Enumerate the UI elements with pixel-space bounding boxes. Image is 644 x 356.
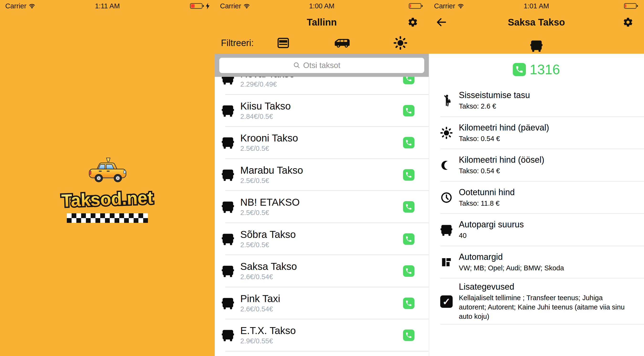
taxi-name: Saksa Takso — [240, 261, 297, 272]
detail-title: Automargid — [459, 252, 564, 262]
car-icon — [221, 104, 234, 118]
detail-title: Autopargi suurus — [459, 220, 524, 230]
call-button[interactable] — [403, 105, 414, 116]
detail-value: 40 — [459, 231, 524, 240]
taxi-row[interactable]: Marabu Takso 2.5€/0.5€ — [215, 159, 429, 191]
detail-row: Kilomeetri hind (päeval) Takso: 0.54 € — [429, 117, 644, 149]
call-button[interactable] — [403, 330, 414, 341]
detail-title: Sisseistumise tasu — [459, 90, 530, 100]
screen-taxi-list: Carrier 1:00 AM Tallinn Filtreeri: — [215, 0, 429, 356]
taxi-price: 2.5€/0.5€ — [240, 241, 296, 249]
detail-value: VW; MB; Opel; Audi; BMW; Skoda — [459, 264, 564, 273]
taxi-name: Sõbra Takso — [240, 229, 296, 240]
phone-icon — [405, 236, 412, 243]
taxi-row[interactable]: Saksa Takso 2.6€/0.54€ — [215, 255, 429, 287]
phone-icon — [515, 65, 524, 74]
sun-icon — [439, 127, 454, 139]
phone-icon — [405, 203, 412, 210]
call-button[interactable] — [403, 169, 414, 180]
detail-row: .drow-icon .cut{fill:#ffffff} Autopargi … — [429, 214, 644, 246]
detail-title: Ootetunni hind — [459, 187, 515, 197]
phone-number[interactable]: 1316 — [530, 62, 560, 77]
car-icon — [221, 232, 234, 246]
status-time: 1:11 AM — [0, 2, 215, 10]
detail-value: Takso: 0.54 € — [459, 166, 544, 176]
phone-icon — [405, 107, 412, 114]
checkerboard-strip — [67, 213, 148, 223]
taxi-price: 2.5€/0.5€ — [240, 209, 300, 217]
taxi-row[interactable]: Pink Taxi 2.6€/0.54€ — [215, 287, 429, 320]
grid-icon — [439, 256, 454, 268]
taxi-name: E.T.X. Takso — [240, 326, 296, 336]
status-bar: Carrier 1:01 AM — [429, 0, 644, 12]
car-icon — [221, 328, 234, 342]
hailing-person-icon — [439, 94, 454, 108]
panel-divider — [429, 54, 429, 356]
app-logo-text: Taksod.net — [61, 188, 154, 210]
taxi-list: Reval Takso 2.29€/0.49€ Kiisu Takso 2.84… — [215, 62, 429, 352]
detail-row: Ootetunni hind Takso: 11.8 € — [429, 182, 644, 214]
phone-icon — [405, 139, 412, 146]
search-bar-container — [215, 54, 429, 77]
van-filter-icon[interactable] — [334, 37, 350, 49]
taxi-company-icon: .hdr-car .cut{fill:#F9B233} — [530, 39, 543, 52]
call-button[interactable] — [403, 298, 414, 309]
phone-badge[interactable] — [513, 63, 526, 76]
call-button[interactable] — [403, 233, 414, 245]
taxi-price: 2.6€/0.54€ — [240, 305, 280, 313]
battery-icon — [190, 2, 205, 9]
call-button[interactable] — [403, 137, 414, 148]
screen-taxi-detail: Carrier 1:01 AM Saksa Takso — [429, 0, 644, 356]
taxi-row[interactable]: Sõbra Takso 2.5€/0.5€ — [215, 223, 429, 255]
phone-icon — [405, 268, 412, 275]
taxi-name: Pink Taxi — [240, 294, 280, 304]
charging-bolt-icon — [206, 3, 210, 9]
taxi-price: 2.5€/0.5€ — [240, 177, 303, 185]
nav-bar: Saksa Takso — [429, 12, 644, 32]
detail-row: Kilomeetri hind (öösel) Takso: 0.54 € — [429, 149, 644, 182]
call-button[interactable] — [403, 265, 414, 277]
settings-gear-icon[interactable] — [622, 17, 634, 28]
taxi-row[interactable]: NB! ETAKSO 2.5€/0.5€ — [215, 191, 429, 223]
list-header: Carrier 1:00 AM Tallinn Filtreeri: — [215, 0, 429, 54]
detail-row: Sisseistumise tasu Takso: 2.6 € — [429, 84, 644, 117]
car-icon — [221, 168, 234, 182]
taxi-name: NB! ETAKSO — [240, 197, 300, 208]
app-screenshots: Carrier 1:11 AM — [0, 0, 644, 356]
car-icon — [221, 200, 234, 214]
phone-number-row[interactable]: 1316 — [429, 54, 644, 85]
detail-row: ✓ Lisategevused Kellajaliselt tellimine … — [429, 278, 644, 324]
taxi-row[interactable]: Krooni Takso 2.5€/0.5€ — [215, 127, 429, 159]
car-icon — [221, 136, 234, 150]
phone-icon — [405, 300, 412, 307]
call-button[interactable] — [403, 201, 414, 212]
taxi-row[interactable]: E.T.X. Takso 2.9€/0.55€ — [215, 319, 429, 352]
taxi-name: Kiisu Takso — [240, 101, 291, 112]
detail-value: Kellajaliselt tellimine ; Transfeer teen… — [459, 293, 631, 321]
checkmark-glyph: ✓ — [440, 296, 453, 308]
car-icon — [221, 264, 234, 278]
settings-gear-icon[interactable] — [407, 17, 418, 28]
status-time: 1:01 AM — [429, 2, 644, 10]
taxi-row[interactable]: Kiisu Takso 2.84€/0.5€ — [215, 95, 429, 127]
battery-icon — [624, 2, 639, 9]
sun-filter-icon[interactable] — [394, 36, 407, 50]
card-filter-icon[interactable] — [276, 36, 290, 50]
nav-bar: Tallinn — [215, 12, 429, 32]
app-logo: Taksod.net — [45, 186, 170, 212]
detail-list: Sisseistumise tasu Takso: 2.6 € — [429, 84, 644, 324]
screen-splash: Carrier 1:11 AM — [0, 0, 215, 356]
search-input[interactable] — [219, 58, 424, 73]
car-icon: .drow-icon .cut{fill:#ffffff} — [439, 223, 454, 237]
filter-label: Filtreeri: — [221, 38, 254, 48]
detail-value: Takso: 2.6 € — [459, 102, 530, 111]
moon-icon — [439, 160, 454, 171]
detail-value: Takso: 0.54 € — [459, 134, 549, 144]
clock-icon — [439, 192, 454, 204]
car-icon — [221, 296, 234, 310]
page-title: Saksa Takso — [429, 17, 644, 28]
phone-icon — [405, 171, 412, 178]
detail-value: Takso: 11.8 € — [459, 199, 515, 208]
taxi-price: 2.29€/0.49€ — [240, 80, 295, 88]
status-time: 1:00 AM — [215, 2, 429, 10]
